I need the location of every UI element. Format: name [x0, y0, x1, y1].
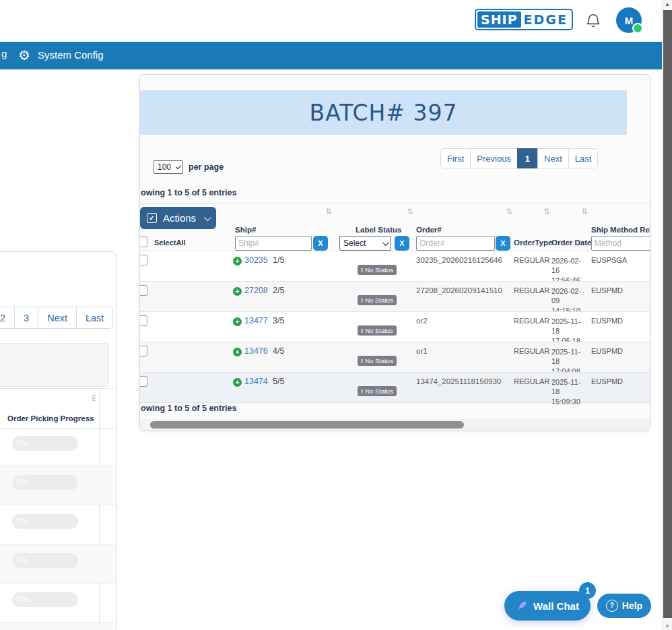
per-page-label: per page [189, 162, 224, 172]
clipped-nav-item[interactable]: g [1, 48, 7, 59]
label-status-value: Select [343, 239, 366, 248]
column-order-type[interactable]: OrderType [514, 239, 552, 247]
status-badge: !No Status [358, 295, 397, 305]
ship-method: EUSPMD [591, 286, 623, 294]
order-filter-input[interactable] [416, 236, 495, 251]
order-number: 13474_20251118150930 [416, 377, 501, 385]
order-number: or2 [416, 317, 428, 325]
batch-card: BATCH# 397 100 per page First Previous 1… [139, 74, 650, 431]
expand-plus-icon[interactable]: + [233, 257, 242, 265]
order-number: 27208_20260209141510 [416, 286, 502, 294]
badge-exclamation: ! [361, 387, 363, 395]
table-row: + 13476 4/5 !No Status or1 REGULAR 2025-… [140, 342, 650, 372]
per-page-select[interactable]: 100 [154, 160, 183, 174]
page-current-button[interactable]: 1 [517, 148, 538, 168]
row-checkbox[interactable] [139, 315, 147, 326]
order-type: REGULAR [514, 347, 549, 355]
ship-filter-input[interactable] [235, 236, 312, 251]
column-label-status[interactable]: Label Status [356, 226, 401, 234]
top-header: SHIP EDGE M [0, 0, 672, 42]
per-page-control: 100 per page [154, 160, 224, 174]
order-type: REGULAR [514, 317, 549, 325]
progress-column-title: Order Picking Progress [7, 414, 94, 422]
row-checkbox[interactable] [139, 346, 147, 356]
vertical-scrollbar-thumb[interactable] [663, 10, 672, 618]
ship-sequence: 1/5 [273, 255, 284, 265]
column-ship[interactable]: Ship# [235, 226, 256, 234]
method-filter-input[interactable] [591, 236, 650, 251]
order-date: 2025-11-18 15:09:30 [551, 377, 586, 406]
ship-number-link[interactable]: 13477 [244, 316, 268, 325]
sort-icon-orderdate[interactable]: ⇅ [543, 207, 550, 216]
ship-method: EUSPMD [591, 377, 623, 385]
question-mark-icon: ? [606, 600, 618, 612]
sort-icon-ship[interactable]: ⇅ [325, 207, 332, 216]
left-page-next[interactable]: Next [38, 307, 77, 329]
left-info-box [0, 343, 109, 387]
nav-item-system-config[interactable]: System Config [38, 49, 104, 61]
order-type: REGULAR [514, 286, 549, 294]
scroll-down-arrow-icon[interactable]: ▼ [663, 623, 672, 629]
table-row: + 13477 3/5 !No Status or2 REGULAR 2025-… [140, 311, 650, 342]
clear-order-filter-button[interactable]: X [496, 236, 510, 251]
left-page-3[interactable]: 3 [14, 307, 38, 329]
ship-number-link[interactable]: 13476 [244, 346, 268, 356]
table-row: + 30235 1/5 !No Status 30235_20260216125… [140, 251, 650, 281]
table-row: + 13474 5/5 !No Status 13474_20251118150… [140, 372, 650, 403]
help-label: Help [622, 600, 642, 611]
drag-handle-icon[interactable]: ⣿ [92, 396, 97, 400]
page-previous-button[interactable]: Previous [470, 148, 518, 168]
expand-plus-icon[interactable]: + [233, 348, 242, 356]
label-status-select[interactable]: Select [339, 236, 391, 251]
badge-exclamation: ! [361, 327, 363, 334]
row-checkbox[interactable] [139, 285, 147, 296]
column-order[interactable]: Order# [416, 226, 442, 234]
progress-bar: 0% [12, 553, 78, 568]
expand-plus-icon[interactable]: + [233, 378, 242, 387]
select-all-checkbox[interactable] [139, 237, 147, 247]
ship-sequence: 5/5 [273, 377, 284, 386]
clear-ship-filter-button[interactable]: X [313, 236, 328, 251]
badge-label: No Status [365, 387, 393, 395]
sort-icon-method[interactable]: ⇅ [581, 207, 588, 216]
shipedge-logo[interactable]: SHIP EDGE [475, 9, 573, 30]
ship-number-link[interactable]: 13474 [244, 377, 268, 386]
sort-icon-order[interactable]: ⇅ [407, 207, 413, 216]
row-checkbox[interactable] [139, 255, 147, 265]
progress-row: 0% [0, 505, 116, 544]
left-progress-rows: 0% 0% 0% 0% 0% 0% [0, 427, 116, 630]
wall-chat-button[interactable]: Wall Chat [504, 591, 591, 621]
clear-label-status-button[interactable]: X [395, 236, 409, 251]
sort-icon-ordertype[interactable]: ⇅ [506, 207, 512, 216]
table-row: + 27208 2/5 !No Status 27208_20260209141… [140, 281, 650, 311]
order-number: or1 [416, 347, 428, 355]
ship-sequence: 2/5 [273, 286, 284, 295]
user-avatar[interactable]: M [616, 7, 642, 33]
row-checkbox[interactable] [139, 376, 147, 387]
ship-number-link[interactable]: 30235 [244, 255, 268, 265]
expand-plus-icon[interactable]: + [233, 317, 242, 326]
avatar-initial: M [625, 15, 634, 26]
badge-label: No Status [365, 266, 393, 274]
badge-label: No Status [365, 296, 393, 304]
column-ship-method[interactable]: Ship Method Request [591, 226, 650, 234]
column-order-date[interactable]: Order Date [551, 239, 591, 247]
page-next-button[interactable]: Next [537, 148, 569, 168]
left-page-2[interactable]: 2 [0, 307, 15, 329]
ship-number-link[interactable]: 27208 [244, 286, 268, 295]
horizontal-scrollbar-thumb[interactable] [150, 421, 464, 429]
shipments-table-body: + 30235 1/5 !No Status 30235_20260216125… [140, 251, 650, 403]
progress-row: 0% [0, 584, 116, 623]
scroll-up-arrow-icon[interactable]: ▲ [663, 1, 672, 7]
page-first-button[interactable]: First [440, 148, 471, 168]
expand-plus-icon[interactable]: + [233, 287, 242, 296]
feather-icon [516, 600, 528, 612]
showing-entries-bottom: owing 1 to 5 of 5 entries [141, 404, 236, 413]
left-page-last[interactable]: Last [76, 307, 113, 329]
page-last-button[interactable]: Last [568, 148, 599, 168]
help-button[interactable]: ? Help [597, 594, 651, 618]
ship-method: EUSPMD [591, 317, 623, 325]
ship-sequence: 4/5 [273, 346, 284, 356]
ship-method: EUSPMD [591, 347, 623, 355]
notifications-bell-icon[interactable] [584, 11, 602, 30]
